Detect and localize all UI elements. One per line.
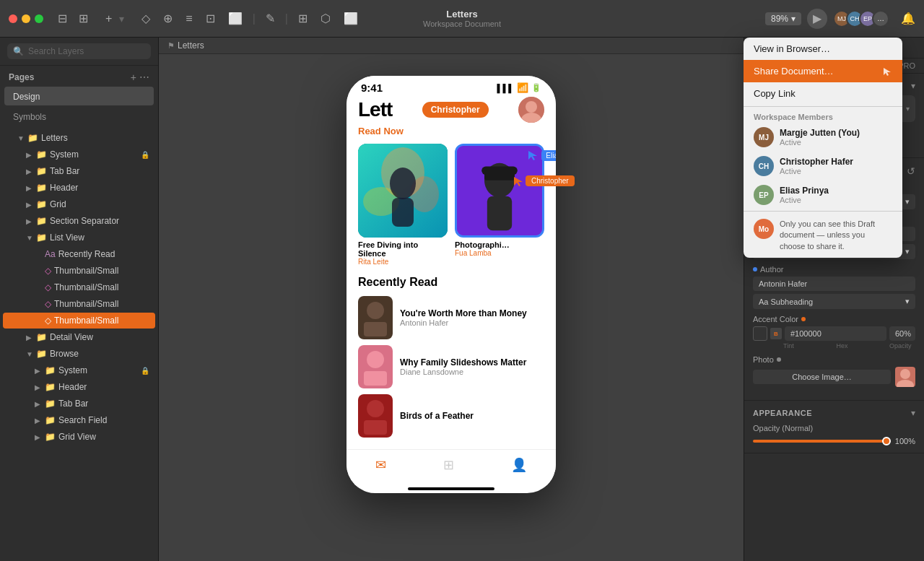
zoom-control[interactable]: 89% ▾ [765,12,801,25]
search-input[interactable] [28,46,145,56]
layer-browse-system[interactable]: ▶ 📁 System 🔒 [3,362,155,378]
section-collapse-icon[interactable]: ▾ [911,81,915,91]
layer-detail-view[interactable]: ▶ 📁 Detail View [3,329,155,345]
recent-item-3: Birds of a Feather [358,394,544,438]
canvas-content[interactable]: 9:41 ▌▌▌ 📶 🔋 Lett Christopher [159,54,744,561]
view-in-browser-item[interactable]: View in Browser… [744,38,902,60]
layer-list-view[interactable]: ▼ 📁 List View [3,230,155,245]
opacity-slider[interactable] [753,440,891,443]
slice-icon[interactable]: ⬡ [318,9,334,28]
component-icon: ◇ [45,316,51,326]
accent-dot-icon [801,317,806,321]
hotspot-icon[interactable]: ⬜ [341,9,361,28]
member-status-elias: Active [780,196,892,204]
layer-search-field[interactable]: ▶ 📁 Search Field [3,412,155,428]
copy-link-item[interactable]: Copy Link [744,82,902,105]
play-button[interactable]: ▶ [807,9,827,29]
logo-text: Lett [358,100,392,120]
member-avatar-margje: MJ [754,127,774,147]
align-icon[interactable]: ≡ [183,9,195,28]
layer-letters-root[interactable]: ▼ 📁 Letters [3,130,155,146]
layer-thumbnail-3[interactable]: ▶ ◇ Thumbnail/Small [3,296,155,312]
format-icon[interactable]: ⊕ [160,9,175,28]
breadcrumb-icon: ⚑ [167,41,175,51]
layer-grid-view[interactable]: ▶ 📁 Grid View [3,429,155,445]
svg-rect-18 [364,322,387,336]
search-box[interactable]: 🔍 [7,43,151,59]
pages-menu-button[interactable]: ⋯ [139,71,149,83]
notification-bell-icon[interactable]: 🔔 [901,12,915,25]
folder-icon: 📁 [45,382,56,392]
chevron-right-icon: ▶ [26,151,33,159]
elias-cursor: Elias [527,149,556,161]
recent-list: You're Worth More than Money Antonin Haf… [358,296,544,438]
book-author-1: Rita Leite [358,258,448,266]
layer-section-separator[interactable]: ▶ 📁 Section Separator [3,213,155,229]
text-icon: Aa [45,249,56,259]
page-symbols[interactable]: Symbols [4,107,154,126]
opacity-input[interactable]: 60% [889,326,915,341]
hex-badge: B [770,328,782,339]
layer-browse-header[interactable]: ▶ 📁 Header [3,379,155,395]
insert-icon[interactable]: ◇ [139,9,153,28]
pen-icon[interactable]: ✎ [263,9,278,28]
choose-image-button[interactable]: Choose Image… [753,370,891,384]
frame-icon[interactable]: ⬜ [225,9,245,28]
layer-header[interactable]: ▶ 📁 Header [3,180,155,196]
add-button[interactable]: + [103,9,115,28]
svg-marker-25 [514,177,523,186]
photo-row: Photo [753,355,915,364]
appearance-section: APPEARANCE ▾ Opacity (Normal) 100% [744,401,924,453]
breadcrumb: ⚑ Letters [159,38,744,54]
add-page-button[interactable]: + [131,71,136,83]
tab-letters-icon[interactable]: ✉ [375,457,386,473]
recent-title-2: Why Family Slideshows Matter [400,357,544,368]
layout-icon[interactable]: ⊞ [295,9,310,28]
recent-author-2: Diane Lansdowne [400,368,544,376]
share-document-item[interactable]: Share Document… [744,60,902,82]
draft-avatar: Mo [754,219,774,239]
close-button[interactable] [9,14,17,23]
svg-point-23 [367,400,384,417]
appearance-toggle-icon[interactable]: ▾ [911,408,915,418]
member-christopher: CH Christopher Hafer Active [744,152,902,181]
layer-tab-bar[interactable]: ▶ 📁 Tab Bar [3,163,155,179]
battery-icon: 🔋 [531,83,541,92]
user-tag: Christopher [422,102,489,118]
page-design[interactable]: Design [4,87,154,105]
tab-people-icon[interactable]: 👤 [511,457,527,473]
folder-icon: 📁 [36,332,47,342]
search-icon: 🔍 [13,46,24,56]
opacity-slider-row: 100% [753,437,915,445]
tab-grid-icon[interactable]: ⊞ [443,457,454,473]
window-icon[interactable]: ⊟ [55,9,70,28]
minimize-button[interactable] [22,14,30,23]
member-info-margje: Margje Jutten (You) Active [780,128,892,147]
layer-system-1[interactable]: ▶ 📁 System 🔒 [3,147,155,162]
component-icon: ◇ [45,299,51,309]
layer-browse-tabbar[interactable]: ▶ 📁 Tab Bar [3,396,155,412]
photo-dot-icon [777,357,781,362]
layer-recently-read[interactable]: ▶ Aa Recently Read [3,246,155,262]
grid-icon[interactable]: ⊞ [76,9,91,28]
author-style-select[interactable]: Aa Subheading ▾ [753,294,915,309]
layer-browse[interactable]: ▼ 📁 Browse [3,346,155,362]
color-swatch[interactable] [753,326,767,341]
hex-input[interactable]: #100000 [785,326,886,341]
author-input[interactable]: Antonin Hafer [753,277,915,291]
svg-point-27 [900,369,910,379]
avatar-more[interactable]: … [872,10,889,27]
layer-grid[interactable]: ▶ 📁 Grid [3,196,155,212]
chevron-right-icon: ▶ [26,168,33,175]
component-icon[interactable]: ⊡ [203,9,218,28]
recent-text-1: You're Worth More than Money Antonin Haf… [400,308,544,327]
phone-content: Lett Christopher Read Now [346,97,556,449]
layer-thumbnail-2[interactable]: ▶ ◇ Thumbnail/Small [3,279,155,295]
layer-thumbnail-1[interactable]: ▶ ◇ Thumbnail/Small [3,263,155,279]
folder-icon: 📁 [45,399,56,409]
layer-thumbnail-active[interactable]: ▶ ◇ Thumbnail/Small [3,313,155,329]
fullscreen-button[interactable] [35,14,43,23]
member-status-margje: Active [780,138,892,147]
refresh-icon[interactable]: ↺ [907,165,915,177]
folder-icon: 📁 [45,432,56,442]
